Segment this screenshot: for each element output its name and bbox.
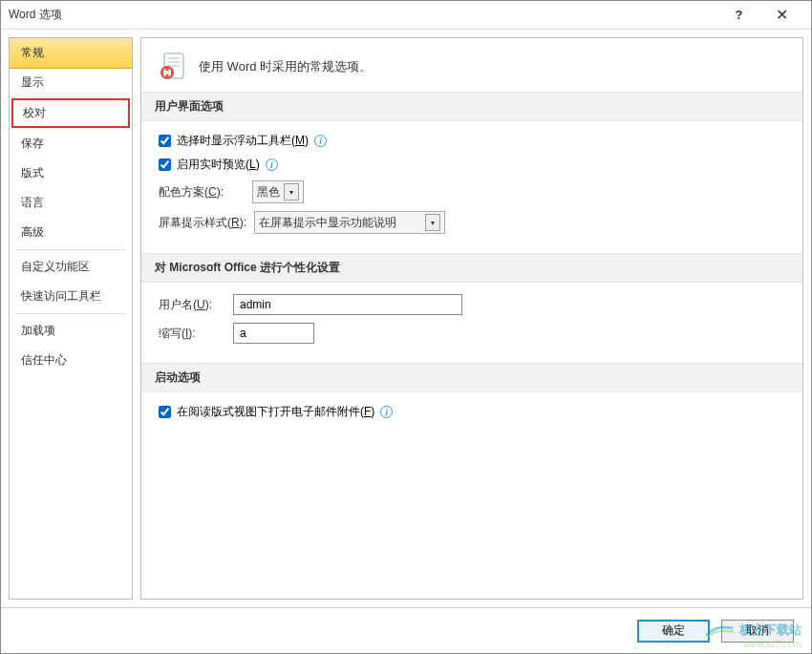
floating-toolbar-checkbox[interactable] [159, 135, 171, 147]
tooltip-style-select[interactable]: 在屏幕提示中显示功能说明 ▾ [254, 211, 445, 234]
svg-rect-8 [160, 72, 163, 74]
sidebar-item-advanced[interactable]: 高级 [10, 218, 132, 247]
sidebar-item-general[interactable]: 常规 [9, 37, 133, 69]
info-icon[interactable]: i [266, 158, 278, 171]
page-header: 使用 Word 时采用的常规选项。 [141, 38, 802, 92]
section-startup-body: 在阅读版式视图下打开电子邮件附件(F) i [141, 392, 802, 439]
svg-rect-6 [166, 68, 169, 71]
sidebar: 常规 显示 校对 保存 版式 语言 高级 自定义功能区 快速访问工具栏 加载项 … [9, 37, 133, 600]
sidebar-item-language[interactable]: 语言 [10, 188, 132, 218]
live-preview-checkbox[interactable] [159, 158, 171, 171]
sidebar-item-quick-access[interactable]: 快速访问工具栏 [10, 282, 132, 311]
header-text: 使用 Word 时采用的常规选项。 [199, 58, 372, 75]
sidebar-item-save[interactable]: 保存 [10, 129, 132, 158]
info-icon[interactable]: i [314, 135, 327, 147]
svg-rect-7 [166, 74, 169, 77]
sidebar-item-customize-ribbon[interactable]: 自定义功能区 [10, 252, 132, 282]
main-panel: 使用 Word 时采用的常规选项。 用户界面选项 选择时显示浮动工具栏(M) i… [140, 37, 803, 600]
tooltip-style-label: 屏幕提示样式(R): [159, 215, 246, 231]
chevron-down-icon: ▾ [425, 214, 440, 231]
sidebar-item-proofing[interactable]: 校对 [11, 98, 130, 128]
ok-button[interactable]: 确定 [637, 620, 710, 643]
info-icon[interactable]: i [380, 406, 393, 418]
floating-toolbar-label: 选择时显示浮动工具栏(M) [177, 133, 309, 149]
sidebar-item-trust-center[interactable]: 信任中心 [10, 346, 132, 375]
bottom-bar: 极光下载站 www.xz7.com 确定 取消 [1, 607, 811, 653]
options-icon [159, 52, 189, 82]
sidebar-item-layout[interactable]: 版式 [10, 158, 132, 188]
sidebar-separator [15, 249, 126, 250]
color-scheme-label: 配色方案(C): [159, 184, 245, 200]
section-ui-header: 用户界面选项 [141, 92, 802, 121]
reading-view-checkbox[interactable] [159, 406, 171, 418]
window-title: Word 选项 [9, 7, 717, 23]
section-personal-header: 对 Microsoft Office 进行个性化设置 [141, 253, 802, 283]
color-scheme-select[interactable]: 黑色 ▾ [252, 180, 304, 203]
sidebar-item-addins[interactable]: 加载项 [10, 316, 132, 346]
sidebar-item-display[interactable]: 显示 [10, 68, 132, 97]
chevron-down-icon: ▾ [284, 183, 299, 200]
content-area: 常规 显示 校对 保存 版式 语言 高级 自定义功能区 快速访问工具栏 加载项 … [1, 30, 811, 607]
close-button[interactable]: ✕ [760, 1, 803, 30]
username-input[interactable] [233, 294, 462, 315]
section-startup-header: 启动选项 [141, 363, 802, 392]
live-preview-label: 启用实时预览(L) [177, 157, 260, 173]
cancel-button[interactable]: 取消 [721, 620, 794, 643]
username-label: 用户名(U): [159, 297, 225, 313]
reading-view-label: 在阅读版式视图下打开电子邮件附件(F) [177, 404, 374, 420]
initials-input[interactable] [233, 323, 314, 344]
titlebar: Word 选项 ? ✕ [1, 1, 811, 30]
word-options-dialog: Word 选项 ? ✕ 常规 显示 校对 保存 版式 语言 高级 自定义功能区 … [0, 0, 812, 654]
section-ui-body: 选择时显示浮动工具栏(M) i 启用实时预览(L) i 配色方案(C): 黑色 … [141, 121, 802, 253]
initials-label: 缩写(I): [159, 326, 225, 342]
section-personal-body: 用户名(U): 缩写(I): [141, 283, 802, 363]
sidebar-separator [15, 313, 126, 314]
help-button[interactable]: ? [717, 1, 760, 30]
svg-rect-9 [171, 72, 174, 74]
titlebar-controls: ? ✕ [717, 1, 803, 30]
